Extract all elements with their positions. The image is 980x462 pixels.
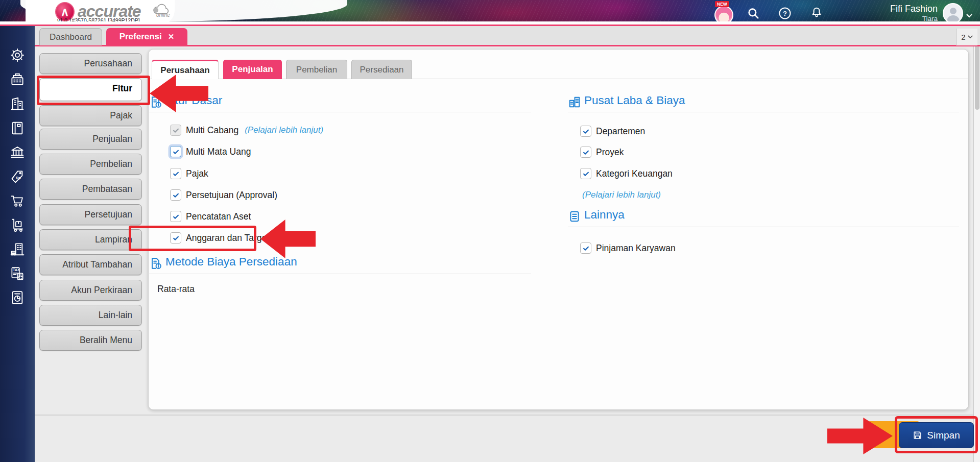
check-icon	[582, 170, 590, 178]
feature-row-pencatatan-aset: Pencatatan Aset	[170, 210, 251, 223]
feature-row-departemen: Departemen	[580, 125, 645, 138]
user-company-name: Fifi Fashion	[827, 4, 938, 14]
preferences-panel	[148, 49, 969, 410]
checkbox-label: Pencatatan Aset	[186, 211, 251, 222]
sidebar-icon-journal[interactable]	[10, 120, 25, 136]
menu-item-beralih-menu[interactable]: Beralih Menu	[39, 330, 142, 351]
annotation-box-anggaran	[129, 226, 256, 251]
learn-more-link[interactable]: (Pelajari lebih lanjut)	[582, 190, 661, 200]
checkbox-label: Pinjaman Karyawan	[596, 243, 676, 254]
menu-item-penjualan[interactable]: Penjualan	[39, 129, 142, 150]
annotation-box-fitur	[37, 76, 150, 105]
checkbox-label: Kategori Keuangan	[596, 168, 673, 179]
sidebar-icon-rail: Rp TAX	[0, 26, 35, 462]
section-divider	[568, 112, 959, 112]
section-divider	[148, 112, 531, 112]
checkbox-multi-mata-uang[interactable]	[170, 146, 181, 157]
check-icon	[172, 213, 180, 221]
checkbox-departemen[interactable]	[580, 126, 591, 137]
checkbox-pajak[interactable]	[170, 168, 181, 179]
check-icon	[172, 148, 180, 156]
sidebar-icon-inventory-trolley[interactable]	[10, 217, 25, 233]
menu-item-pembelian[interactable]: Pembelian	[39, 154, 142, 175]
search-icon[interactable]	[747, 7, 760, 22]
menu-item-lain-lain[interactable]: Lain-lain	[39, 305, 142, 326]
feature-row-persetujuan: Persetujuan (Approval)	[170, 188, 277, 202]
checkbox-proyek[interactable]	[580, 147, 591, 158]
buildings-icon	[568, 95, 581, 109]
checkbox-label: Proyek	[596, 147, 624, 158]
feature-row-multi-cabang: Multi Cabang (Pelajari lebih lanjut)	[170, 124, 323, 137]
menu-item-persetujuan[interactable]: Persetujuan	[39, 204, 142, 225]
checkbox-label: Multi Cabang	[186, 125, 238, 136]
feature-row-proyek: Proyek	[580, 145, 624, 159]
user-menu-chevron-icon[interactable]	[966, 11, 972, 20]
learn-more-row: (Pelajari lebih lanjut)	[582, 188, 661, 202]
menu-item-akun-perkiraan[interactable]: Akun Perkiraan	[39, 280, 142, 301]
check-icon	[172, 127, 180, 134]
header-pink-line	[0, 25, 980, 26]
tab-overflow-count: 2	[961, 33, 965, 41]
footer-divider	[35, 415, 973, 416]
sidebar-icon-settings[interactable]	[10, 47, 25, 63]
content-tab-penjualan[interactable]: Penjualan	[223, 60, 282, 79]
sidebar-icon-bank-finance[interactable]	[10, 144, 25, 160]
content-tab-perusahaan[interactable]: Perusahaan	[152, 60, 219, 79]
close-tab-icon[interactable]: ✕	[168, 32, 175, 41]
menu-item-pajak[interactable]: Pajak	[39, 105, 142, 126]
brand-online-label: online	[156, 12, 170, 18]
brand-area[interactable]: ∧ accurate online v1.0.1#3570-587261 [34…	[26, 0, 175, 25]
tab-preferensi-label: Preferensi	[119, 32, 162, 42]
svg-text:Rp: Rp	[16, 176, 21, 180]
app-header: ∧ accurate online v1.0.1#3570-587261 [34…	[0, 0, 980, 26]
check-icon	[172, 170, 180, 178]
section-divider	[568, 227, 959, 227]
section-title-pusat-laba: Pusat Laba & Biaya	[584, 94, 685, 107]
tab-preferensi[interactable]: Preferensi ✕	[106, 28, 187, 45]
checkbox-persetujuan[interactable]	[170, 189, 181, 201]
checkbox-label: Departemen	[596, 126, 645, 137]
svg-text:TAX: TAX	[13, 268, 20, 272]
checkbox-label: Pajak	[186, 168, 208, 179]
learn-more-link[interactable]: (Pelajari lebih lanjut)	[245, 125, 323, 135]
check-icon	[582, 149, 590, 156]
checkbox-kategori-keuangan[interactable]	[580, 168, 591, 179]
section-divider	[148, 274, 531, 274]
checkbox-label: Multi Mata Uang	[186, 147, 251, 157]
vertical-scrollbar[interactable]	[973, 26, 980, 462]
feature-row-kategori-keuangan: Kategori Keuangan	[580, 167, 673, 180]
content-tab-persediaan[interactable]: Persediaan	[351, 60, 412, 79]
menu-item-perusahaan[interactable]: Perusahaan	[39, 53, 142, 74]
content-tab-pembelian[interactable]: Pembelian	[286, 60, 347, 79]
sidebar-icon-fixed-assets[interactable]	[10, 241, 25, 257]
sidebar-icon-reports[interactable]	[10, 290, 25, 305]
checkbox-pencatatan-aset[interactable]	[170, 211, 181, 222]
new-badge: NEW	[715, 1, 729, 7]
sidebar-icon-cash-register[interactable]	[10, 72, 25, 87]
menu-item-pembatasan[interactable]: Pembatasan	[39, 179, 142, 200]
checkbox-label: Persetujuan (Approval)	[186, 190, 277, 201]
tab-overflow-dropdown[interactable]: 2	[956, 29, 977, 45]
tab-dashboard-label: Dashboard	[50, 32, 92, 42]
help-icon[interactable]: ?	[778, 7, 792, 22]
annotation-box-simpan	[895, 416, 978, 453]
sidebar-icon-sales-rp[interactable]: Rp	[10, 169, 25, 184]
checkbox-pinjaman-karyawan[interactable]	[580, 242, 591, 254]
metode-biaya-value: Rata-rata	[157, 284, 195, 295]
sidebar-icon-purchases-cart[interactable]	[10, 193, 25, 208]
feature-row-pajak: Pajak	[170, 167, 208, 180]
svg-text:?: ?	[783, 10, 787, 17]
chevron-down-icon	[968, 35, 973, 39]
section-title-lainnya: Lainnya	[584, 208, 625, 222]
user-avatar[interactable]	[943, 3, 963, 23]
menu-item-lampiran[interactable]: Lampiran	[39, 229, 142, 250]
checkbox-multi-cabang[interactable]	[170, 125, 181, 136]
menu-item-atribut-tambahan[interactable]: Atribut Tambahan	[39, 254, 142, 275]
notifications-bell-icon[interactable]	[810, 6, 823, 21]
sidebar-icon-company[interactable]	[10, 96, 25, 111]
sidebar-icon-tax[interactable]: TAX	[10, 266, 25, 281]
lined-doc-icon	[568, 210, 581, 223]
check-icon	[172, 191, 180, 199]
tab-dashboard[interactable]: Dashboard	[39, 28, 102, 45]
check-icon	[582, 245, 590, 252]
